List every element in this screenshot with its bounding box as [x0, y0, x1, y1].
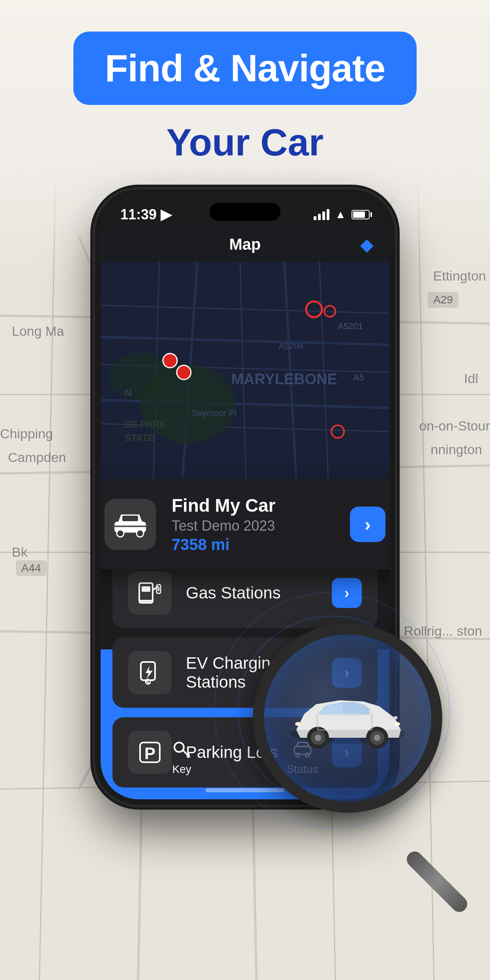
wifi-icon: ▲	[335, 208, 346, 221]
map-area: MARYLEBONE Seymour Pl A5204 A5201 A5 DE …	[101, 226, 389, 518]
svg-point-44	[137, 530, 144, 537]
tab-key[interactable]: Key	[172, 739, 192, 776]
svg-point-70	[394, 722, 400, 726]
signal-icon	[314, 209, 329, 220]
map-title: Map	[229, 236, 261, 253]
svg-text:DE PARK: DE PARK	[125, 419, 167, 430]
svg-text:N: N	[125, 387, 131, 398]
svg-point-29	[177, 365, 191, 380]
svg-text:STATE: STATE	[125, 432, 154, 443]
status-time: 11:39 ▶	[120, 206, 172, 223]
find-car-subtitle: Test Demo 2023	[172, 518, 334, 534]
svg-text:Seymour Pl: Seymour Pl	[192, 408, 237, 418]
svg-rect-42	[122, 516, 138, 521]
svg-text:A5204: A5204	[279, 341, 304, 351]
find-car-card[interactable]: Find My Car Test Demo 2023 7358 mi ›	[101, 479, 389, 569]
time-display: 11:39	[120, 206, 157, 223]
car-icon-box	[105, 499, 156, 550]
hero-section: Find & Navigate Your Car	[0, 32, 490, 164]
svg-text:A5: A5	[353, 372, 364, 382]
svg-point-66	[315, 735, 321, 741]
hero-subtitle: Your Car	[0, 121, 490, 164]
hero-badge-text: Find & Navigate	[105, 47, 385, 89]
svg-line-48	[153, 586, 158, 590]
bg-location-chipping: Chipping	[0, 426, 53, 441]
tab-key-label: Key	[172, 763, 191, 776]
bg-location-a29: A29	[428, 292, 458, 308]
magnifier-glass	[253, 623, 442, 813]
phone-mockup: 11:39 ▶ ▲	[95, 189, 395, 805]
find-car-title: Find My Car	[172, 495, 334, 516]
find-car-arrow-button[interactable]: ›	[350, 507, 385, 542]
key-icon	[172, 739, 192, 759]
bg-location-campden: Campden	[8, 450, 66, 465]
svg-point-71	[295, 722, 301, 726]
find-car-info: Find My Car Test Demo 2023 7358 mi	[172, 495, 334, 554]
hero-badge: Find & Navigate	[73, 32, 417, 105]
arrow-icon: ›	[365, 514, 370, 535]
gas-station-icon-box	[128, 571, 172, 615]
svg-text:MARYLEBONE: MARYLEBONE	[231, 371, 337, 387]
car-image	[284, 679, 411, 757]
bg-location-long: Long Ma	[12, 324, 64, 339]
svg-rect-47	[142, 586, 150, 592]
svg-point-43	[117, 530, 124, 537]
bg-location-nnington: nnington	[431, 442, 482, 457]
svg-line-58	[183, 750, 189, 757]
premium-diamond-icon: ◆	[360, 234, 374, 254]
svg-point-28	[163, 353, 177, 368]
magnifier-decoration	[253, 623, 482, 852]
svg-text:A5201: A5201	[338, 321, 363, 331]
dynamic-island	[209, 203, 281, 221]
svg-rect-50	[158, 587, 159, 591]
svg-point-69	[374, 735, 380, 741]
bg-location-on-stour: on-on-Stour	[419, 418, 490, 434]
find-car-distance: 7358 mi	[172, 536, 334, 554]
bg-location-idl: Idl	[464, 371, 478, 386]
bg-location-a44: A44	[16, 560, 47, 576]
status-icons: ▲	[314, 208, 370, 221]
nav-arrow-icon: ▶	[161, 206, 172, 223]
map-nav-bar: Map ◆	[101, 226, 389, 262]
ev-charging-icon-box	[128, 651, 172, 694]
svg-rect-45	[112, 526, 148, 527]
bg-location-bk: Bk	[12, 544, 28, 560]
battery-icon	[352, 210, 370, 219]
